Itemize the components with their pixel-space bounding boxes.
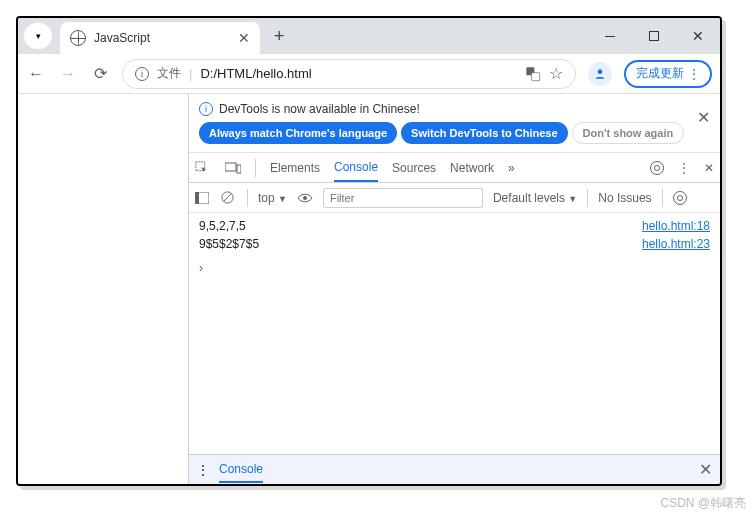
tab-sources[interactable]: Sources bbox=[392, 161, 436, 175]
maximize-button[interactable] bbox=[632, 18, 676, 54]
switch-language-button[interactable]: Switch DevTools to Chinese bbox=[401, 122, 568, 144]
tab-console[interactable]: Console bbox=[334, 160, 378, 182]
svg-point-2 bbox=[598, 69, 603, 74]
translate-icon[interactable] bbox=[525, 66, 541, 82]
log-text: 9,5,2,7,5 bbox=[199, 219, 246, 233]
chevron-down-icon: ▾ bbox=[36, 31, 41, 41]
update-button[interactable]: 完成更新⋮ bbox=[624, 60, 712, 88]
reload-button[interactable]: ⟳ bbox=[90, 64, 110, 83]
context-selector[interactable]: top ▼ bbox=[258, 191, 287, 205]
tab-list-dropdown[interactable]: ▾ bbox=[24, 23, 52, 49]
console-prompt[interactable]: › bbox=[199, 261, 710, 275]
console-toolbar: top ▼ Default levels ▼ No Issues bbox=[189, 183, 720, 213]
svg-point-10 bbox=[303, 196, 307, 200]
url-input[interactable]: i 文件 | D:/HTML/hello.html ☆ bbox=[122, 59, 576, 89]
svg-rect-4 bbox=[225, 163, 236, 171]
banner-message: DevTools is now available in Chinese! bbox=[219, 102, 420, 116]
inspect-icon[interactable] bbox=[195, 161, 211, 175]
site-info-icon[interactable]: i bbox=[135, 67, 149, 81]
devtools-tabs: Elements Console Sources Network » ⋮ ✕ bbox=[189, 153, 720, 183]
close-tab-icon[interactable]: ✕ bbox=[238, 30, 250, 46]
drawer: ⋮ Console ✕ bbox=[189, 454, 720, 484]
console-settings-icon[interactable] bbox=[673, 191, 687, 205]
titlebar: ▾ JavaScript ✕ + ✕ bbox=[18, 18, 720, 54]
log-source-link[interactable]: hello.html:23 bbox=[642, 237, 710, 251]
drawer-menu-icon[interactable]: ⋮ bbox=[197, 463, 209, 477]
profile-button[interactable] bbox=[588, 62, 612, 86]
drawer-tab-console[interactable]: Console bbox=[219, 462, 263, 483]
sidebar-toggle-icon[interactable] bbox=[195, 192, 211, 204]
live-expression-icon[interactable] bbox=[297, 193, 313, 203]
device-toggle-icon[interactable] bbox=[225, 162, 241, 174]
more-tabs-icon[interactable]: » bbox=[508, 161, 515, 175]
settings-gear-icon[interactable] bbox=[650, 161, 664, 175]
bookmark-star-icon[interactable]: ☆ bbox=[549, 64, 563, 83]
page-viewport bbox=[18, 94, 188, 484]
url-text: D:/HTML/hello.html bbox=[200, 66, 517, 81]
close-window-button[interactable]: ✕ bbox=[676, 18, 720, 54]
globe-icon bbox=[70, 30, 86, 46]
dont-show-button[interactable]: Don't show again bbox=[572, 122, 685, 144]
issues-label[interactable]: No Issues bbox=[598, 191, 651, 205]
log-text: 9$5$2$7$5 bbox=[199, 237, 259, 251]
kebab-icon: ⋮ bbox=[688, 67, 700, 81]
console-output: 9,5,2,7,5 hello.html:18 9$5$2$7$5 hello.… bbox=[189, 213, 720, 454]
info-icon: i bbox=[199, 102, 213, 116]
url-scheme-label: 文件 bbox=[157, 65, 181, 82]
log-row: 9,5,2,7,5 hello.html:18 bbox=[199, 217, 710, 235]
language-banner: i DevTools is now available in Chinese! … bbox=[189, 94, 720, 153]
clear-console-icon[interactable] bbox=[221, 191, 237, 204]
svg-rect-7 bbox=[195, 192, 199, 204]
forward-button[interactable]: → bbox=[58, 65, 78, 83]
close-banner-icon[interactable]: ✕ bbox=[697, 108, 710, 127]
devtools-panel: i DevTools is now available in Chinese! … bbox=[188, 94, 720, 484]
log-row: 9$5$2$7$5 hello.html:23 bbox=[199, 235, 710, 253]
svg-line-9 bbox=[224, 194, 231, 201]
tab-elements[interactable]: Elements bbox=[270, 161, 320, 175]
watermark: CSDN @韩曙亮 bbox=[660, 495, 746, 512]
always-match-button[interactable]: Always match Chrome's language bbox=[199, 122, 397, 144]
back-button[interactable]: ← bbox=[26, 65, 46, 83]
tab-title: JavaScript bbox=[94, 31, 230, 45]
new-tab-button[interactable]: + bbox=[274, 26, 285, 47]
close-drawer-icon[interactable]: ✕ bbox=[699, 460, 712, 479]
kebab-menu-icon[interactable]: ⋮ bbox=[678, 161, 690, 175]
close-devtools-icon[interactable]: ✕ bbox=[704, 161, 714, 175]
svg-rect-1 bbox=[532, 72, 540, 80]
filter-input[interactable] bbox=[323, 188, 483, 208]
tab-network[interactable]: Network bbox=[450, 161, 494, 175]
log-source-link[interactable]: hello.html:18 bbox=[642, 219, 710, 233]
address-bar: ← → ⟳ i 文件 | D:/HTML/hello.html ☆ 完成更新⋮ bbox=[18, 54, 720, 94]
browser-tab[interactable]: JavaScript ✕ bbox=[60, 22, 260, 54]
minimize-button[interactable] bbox=[588, 18, 632, 54]
svg-rect-5 bbox=[237, 165, 241, 173]
log-levels-selector[interactable]: Default levels ▼ bbox=[493, 191, 577, 205]
